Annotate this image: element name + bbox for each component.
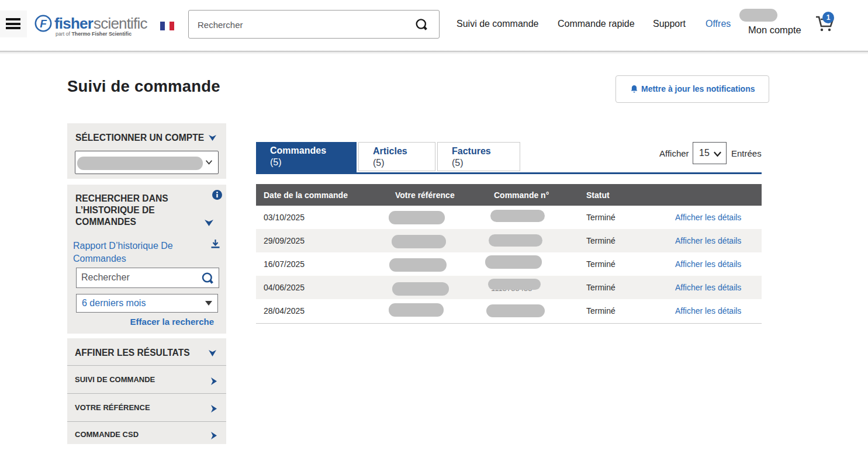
svg-text:F: F [40, 18, 47, 30]
